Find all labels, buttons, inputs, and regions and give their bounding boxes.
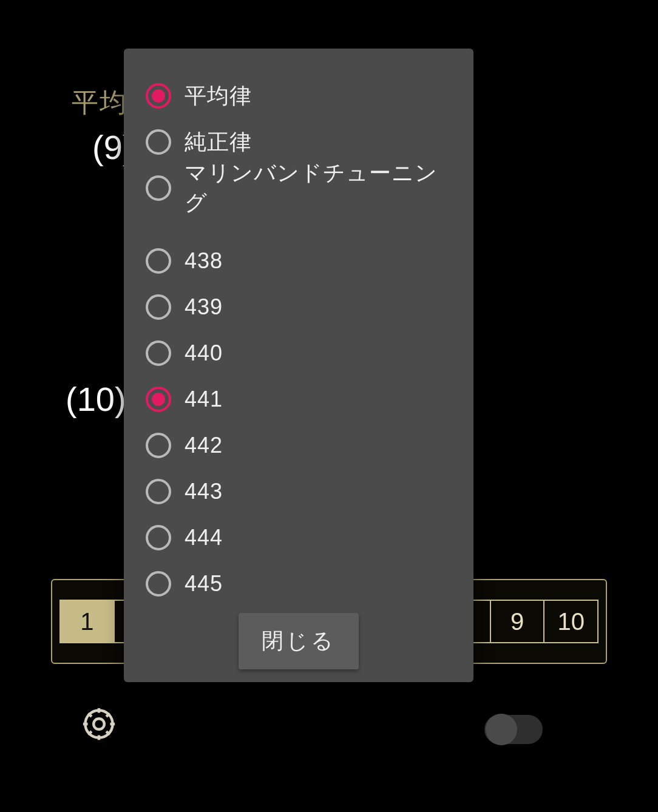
radio-pitch-445[interactable]: 445 xyxy=(146,561,452,607)
radio-icon xyxy=(146,479,171,504)
gear-icon[interactable] xyxy=(79,704,119,744)
radio-pitch-443[interactable]: 443 xyxy=(146,469,452,515)
radio-icon xyxy=(146,175,171,201)
radio-label: 442 xyxy=(185,433,223,458)
radio-label: 440 xyxy=(185,340,223,366)
svg-point-0 xyxy=(93,719,104,729)
radio-pitch-442[interactable]: 442 xyxy=(146,422,452,469)
radio-label: 443 xyxy=(185,479,223,504)
radio-label: マリンバンドチューニング xyxy=(185,158,452,218)
radio-pitch-438[interactable]: 438 xyxy=(146,238,452,284)
background-scale-label: 平均 xyxy=(72,85,127,121)
radio-pitch-440[interactable]: 440 xyxy=(146,330,452,376)
svg-point-1 xyxy=(85,710,112,737)
hole-cell[interactable]: 1 xyxy=(61,601,115,642)
radio-icon xyxy=(146,83,171,109)
radio-icon xyxy=(146,433,171,458)
radio-icon xyxy=(146,129,171,155)
hole-cell[interactable]: 10 xyxy=(544,601,597,642)
radio-label: 439 xyxy=(185,294,223,320)
hole-cell[interactable]: 9 xyxy=(491,601,545,642)
tuning-settings-modal: 平均律 純正律 マリンバンドチューニング 438 439 440 441 xyxy=(124,49,473,682)
annotation-10: (10) xyxy=(66,379,126,419)
radio-label: 441 xyxy=(185,387,223,412)
radio-label: 445 xyxy=(185,571,223,597)
radio-label: 438 xyxy=(185,248,223,274)
radio-label: 純正律 xyxy=(185,127,252,157)
radio-label: 444 xyxy=(185,525,223,550)
radio-pitch-439[interactable]: 439 xyxy=(146,284,452,330)
radio-icon xyxy=(146,571,171,597)
toggle-switch[interactable] xyxy=(484,715,543,744)
radio-pitch-444[interactable]: 444 xyxy=(146,515,452,561)
radio-temperament-marineband[interactable]: マリンバンドチューニング xyxy=(146,165,452,211)
radio-icon xyxy=(146,248,171,274)
radio-icon xyxy=(146,294,171,320)
radio-pitch-441[interactable]: 441 xyxy=(146,376,452,422)
close-button[interactable]: 閉じる xyxy=(239,613,359,669)
toggle-knob xyxy=(486,714,517,745)
radio-icon xyxy=(146,387,171,412)
radio-label: 平均律 xyxy=(185,81,252,111)
radio-icon xyxy=(146,525,171,550)
radio-temperament-equal[interactable]: 平均律 xyxy=(146,73,452,119)
radio-icon xyxy=(146,340,171,366)
